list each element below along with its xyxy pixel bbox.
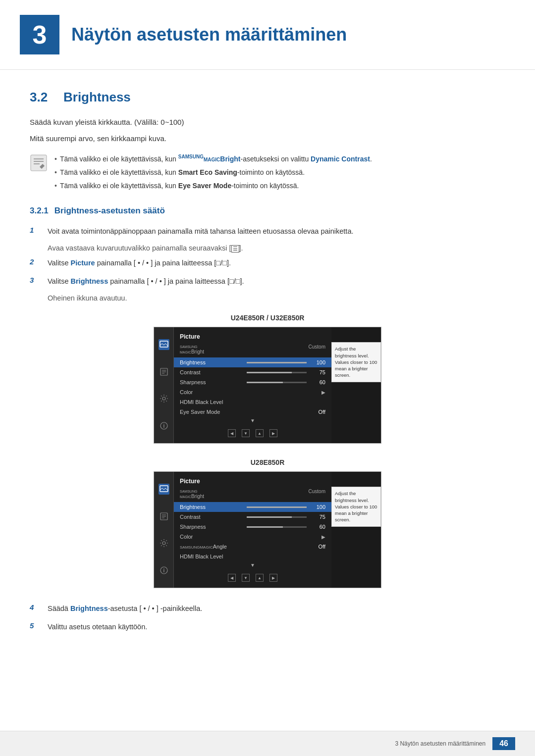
monitor2-magic-angle-row: SAMSUNGMAGICAngle Off [174,542,331,552]
steps-1-3: 1 Voit avata toimintonäppäinoppaan paina… [30,226,505,302]
monitor2-section: U28E850R i [30,458,505,588]
monitor2-color-row: Color ▶ [174,532,331,542]
monitor-settings-icon [159,393,169,404]
monitor2-menu: Picture SAMSUNGMAGICBright Custom Bright… [174,472,331,588]
chapter-header: 3 Näytön asetusten määrittäminen [0,0,535,70]
monitor-picture-icon [159,339,169,350]
monitor1-menu: Picture SAMSUNGMAGICBright Custom Bright… [174,327,331,443]
monitor1-hdmi-row: HDMI Black Level [174,397,331,407]
page-footer: 3 Näytön asetusten määrittäminen 46 [0,731,535,756]
svg-point-17 [162,542,165,545]
monitor2-info-icon: i [159,565,169,576]
monitor2-picture-icon [159,484,169,495]
subsection-title: Brightness-asetusten säätö [54,206,165,216]
note-line-3: Tämä valikko ei ole käytettävissä, kun E… [54,181,372,191]
note-line-1: Tämä valikko ei ole käytettävissä, kun S… [54,153,372,164]
monitor1-menu-title: Picture [174,331,331,344]
note-box: Tämä valikko ei ole käytettävissä, kun S… [30,153,505,191]
monitor1-color-row: Color ▶ [174,387,331,397]
svg-text:i: i [163,423,164,429]
monitor-adjust-icon [159,366,169,377]
chapter-title: Näytön asetusten määrittäminen [71,24,347,45]
svg-rect-0 [31,155,47,171]
subsection-number: 3.2.1 [30,206,49,216]
monitor1-nav: ◀ ▼ ▲ ▶ [174,426,331,439]
monitor2-contrast-row: Contrast 75 [174,512,331,522]
monitor1-frame: i Picture SAMSUNGMAGICBright Custom Brig… [154,327,381,444]
bottom-steps: 4 Säädä Brightness-asetusta [ • / • ] -p… [30,603,505,633]
monitor1-eyesaver-row: Eye Saver Mode Off [174,407,331,417]
monitor1-tooltip: Adjust the brightness level. Values clos… [331,342,381,382]
monitor2-container: i Picture SAMSUNGMAGICBright Custom Brig… [30,471,505,588]
monitor2-hdmi-row: HDMI Black Level [174,552,331,561]
section-title: Brightness [63,90,131,105]
note-icon [30,154,48,172]
step-5-text: Valittu asetus otetaan käyttöön. [48,621,147,633]
monitor2-brightness-row: Brightness 100 [174,502,331,512]
monitor1-section: U24E850R / U32E850R [30,314,505,444]
step-3-sub: Oheinen ikkuna avautuu. [48,294,505,302]
monitor1-sidebar: i [154,327,174,443]
footer-chapter-text: 3 Näytön asetusten määrittäminen [395,740,485,747]
monitor2-label: U28E850R [30,458,505,466]
section-desc2: Mitä suurempi arvo, sen kirkkaampi kuva. [30,133,505,145]
monitor2-menu-title: Picture [174,476,331,489]
monitor-info-icon: i [159,420,169,431]
step-4: 4 Säädä Brightness-asetusta [ • / • ] -p… [30,603,505,614]
step-5: 5 Valittu asetus otetaan käyttöön. [30,621,505,633]
monitor1-container: i Picture SAMSUNGMAGICBright Custom Brig… [30,327,505,444]
monitor1-brightness-row: Brightness 100 [174,357,331,367]
footer-page-number: 46 [492,737,515,750]
monitor2-adjust-icon [159,511,169,522]
step-3: 3 Valitse Brightness painamalla [ • / • … [30,276,505,287]
chapter-number: 3 [20,15,59,54]
svg-text:i: i [163,568,164,573]
svg-point-9 [162,397,165,400]
step-2: 2 Valitse Picture painamalla [ • / • ] j… [30,257,505,269]
step-1-sub: Avaa vastaava kuvaruutuvalikko painamall… [48,244,505,252]
monitor1-label: U24E850R / U32E850R [30,314,505,322]
main-content: 3.2 Brightness Säädä kuvan yleistä kirkk… [0,70,535,670]
section-heading: 3.2 Brightness [30,90,505,105]
section-desc1: Säädä kuvan yleistä kirkkautta. (Välillä… [30,117,505,128]
note-lines: Tämä valikko ei ole käytettävissä, kun S… [54,153,372,191]
monitor2-frame: i Picture SAMSUNGMAGICBright Custom Brig… [154,471,381,588]
monitor1-contrast-row: Contrast 75 [174,367,331,377]
monitor2-settings-icon [159,538,169,549]
monitor2-sidebar: i [154,472,174,588]
subsection-heading: 3.2.1 Brightness-asetusten säätö [30,206,505,216]
monitor2-nav: ◀ ▼ ▲ ▶ [174,571,331,584]
monitor1-sharpness-row: Sharpness 60 [174,377,331,387]
step-1: 1 Voit avata toimintonäppäinoppaan paina… [30,226,505,237]
section-number: 3.2 [30,90,54,105]
monitor2-sharpness-row: Sharpness 60 [174,522,331,532]
note-line-2: Tämä valikko ei ole käytettävissä, kun S… [54,167,372,178]
monitor2-tooltip: Adjust the brightness level. Values clos… [331,487,381,526]
